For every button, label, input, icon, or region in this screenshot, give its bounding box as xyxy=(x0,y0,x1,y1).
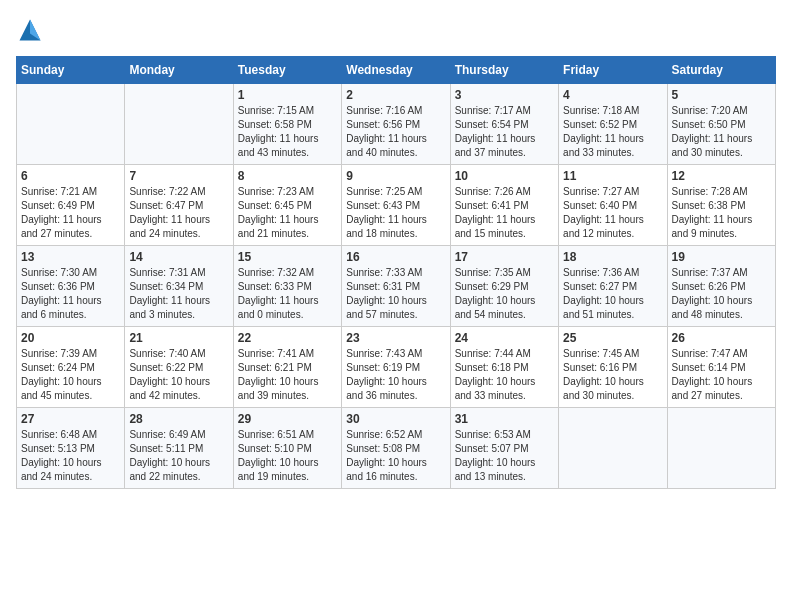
calendar-cell: 6Sunrise: 7:21 AM Sunset: 6:49 PM Daylig… xyxy=(17,165,125,246)
day-number: 14 xyxy=(129,250,228,264)
cell-info: Sunrise: 7:26 AM Sunset: 6:41 PM Dayligh… xyxy=(455,185,554,241)
weekday-header: Tuesday xyxy=(233,57,341,84)
cell-info: Sunrise: 7:31 AM Sunset: 6:34 PM Dayligh… xyxy=(129,266,228,322)
cell-info: Sunrise: 7:27 AM Sunset: 6:40 PM Dayligh… xyxy=(563,185,662,241)
calendar-cell: 8Sunrise: 7:23 AM Sunset: 6:45 PM Daylig… xyxy=(233,165,341,246)
cell-info: Sunrise: 7:33 AM Sunset: 6:31 PM Dayligh… xyxy=(346,266,445,322)
calendar-cell: 31Sunrise: 6:53 AM Sunset: 5:07 PM Dayli… xyxy=(450,408,558,489)
day-number: 21 xyxy=(129,331,228,345)
weekday-header: Saturday xyxy=(667,57,775,84)
day-number: 3 xyxy=(455,88,554,102)
day-number: 22 xyxy=(238,331,337,345)
page-header xyxy=(16,16,776,44)
cell-info: Sunrise: 6:51 AM Sunset: 5:10 PM Dayligh… xyxy=(238,428,337,484)
day-number: 17 xyxy=(455,250,554,264)
cell-info: Sunrise: 7:25 AM Sunset: 6:43 PM Dayligh… xyxy=(346,185,445,241)
cell-info: Sunrise: 7:22 AM Sunset: 6:47 PM Dayligh… xyxy=(129,185,228,241)
cell-info: Sunrise: 7:18 AM Sunset: 6:52 PM Dayligh… xyxy=(563,104,662,160)
day-number: 8 xyxy=(238,169,337,183)
cell-info: Sunrise: 6:49 AM Sunset: 5:11 PM Dayligh… xyxy=(129,428,228,484)
calendar-table: SundayMondayTuesdayWednesdayThursdayFrid… xyxy=(16,56,776,489)
calendar-cell xyxy=(125,84,233,165)
day-number: 13 xyxy=(21,250,120,264)
calendar-cell: 20Sunrise: 7:39 AM Sunset: 6:24 PM Dayli… xyxy=(17,327,125,408)
day-number: 4 xyxy=(563,88,662,102)
calendar-cell: 30Sunrise: 6:52 AM Sunset: 5:08 PM Dayli… xyxy=(342,408,450,489)
day-number: 29 xyxy=(238,412,337,426)
day-number: 5 xyxy=(672,88,771,102)
weekday-header: Friday xyxy=(559,57,667,84)
cell-info: Sunrise: 7:28 AM Sunset: 6:38 PM Dayligh… xyxy=(672,185,771,241)
day-number: 18 xyxy=(563,250,662,264)
calendar-cell: 23Sunrise: 7:43 AM Sunset: 6:19 PM Dayli… xyxy=(342,327,450,408)
day-number: 30 xyxy=(346,412,445,426)
cell-info: Sunrise: 7:43 AM Sunset: 6:19 PM Dayligh… xyxy=(346,347,445,403)
calendar-week-row: 20Sunrise: 7:39 AM Sunset: 6:24 PM Dayli… xyxy=(17,327,776,408)
calendar-cell: 14Sunrise: 7:31 AM Sunset: 6:34 PM Dayli… xyxy=(125,246,233,327)
weekday-header: Monday xyxy=(125,57,233,84)
cell-info: Sunrise: 7:20 AM Sunset: 6:50 PM Dayligh… xyxy=(672,104,771,160)
calendar-cell: 24Sunrise: 7:44 AM Sunset: 6:18 PM Dayli… xyxy=(450,327,558,408)
calendar-week-row: 27Sunrise: 6:48 AM Sunset: 5:13 PM Dayli… xyxy=(17,408,776,489)
cell-info: Sunrise: 7:40 AM Sunset: 6:22 PM Dayligh… xyxy=(129,347,228,403)
calendar-week-row: 6Sunrise: 7:21 AM Sunset: 6:49 PM Daylig… xyxy=(17,165,776,246)
day-number: 16 xyxy=(346,250,445,264)
cell-info: Sunrise: 7:23 AM Sunset: 6:45 PM Dayligh… xyxy=(238,185,337,241)
cell-info: Sunrise: 7:21 AM Sunset: 6:49 PM Dayligh… xyxy=(21,185,120,241)
cell-info: Sunrise: 7:32 AM Sunset: 6:33 PM Dayligh… xyxy=(238,266,337,322)
day-number: 10 xyxy=(455,169,554,183)
day-number: 24 xyxy=(455,331,554,345)
cell-info: Sunrise: 7:15 AM Sunset: 6:58 PM Dayligh… xyxy=(238,104,337,160)
calendar-cell: 19Sunrise: 7:37 AM Sunset: 6:26 PM Dayli… xyxy=(667,246,775,327)
calendar-cell: 12Sunrise: 7:28 AM Sunset: 6:38 PM Dayli… xyxy=(667,165,775,246)
calendar-cell: 16Sunrise: 7:33 AM Sunset: 6:31 PM Dayli… xyxy=(342,246,450,327)
calendar-cell: 25Sunrise: 7:45 AM Sunset: 6:16 PM Dayli… xyxy=(559,327,667,408)
cell-info: Sunrise: 6:52 AM Sunset: 5:08 PM Dayligh… xyxy=(346,428,445,484)
cell-info: Sunrise: 6:53 AM Sunset: 5:07 PM Dayligh… xyxy=(455,428,554,484)
calendar-cell xyxy=(17,84,125,165)
calendar-cell: 5Sunrise: 7:20 AM Sunset: 6:50 PM Daylig… xyxy=(667,84,775,165)
cell-info: Sunrise: 7:37 AM Sunset: 6:26 PM Dayligh… xyxy=(672,266,771,322)
day-number: 11 xyxy=(563,169,662,183)
weekday-header: Thursday xyxy=(450,57,558,84)
calendar-cell: 11Sunrise: 7:27 AM Sunset: 6:40 PM Dayli… xyxy=(559,165,667,246)
day-number: 2 xyxy=(346,88,445,102)
cell-info: Sunrise: 7:41 AM Sunset: 6:21 PM Dayligh… xyxy=(238,347,337,403)
calendar-cell: 15Sunrise: 7:32 AM Sunset: 6:33 PM Dayli… xyxy=(233,246,341,327)
day-number: 26 xyxy=(672,331,771,345)
calendar-cell: 29Sunrise: 6:51 AM Sunset: 5:10 PM Dayli… xyxy=(233,408,341,489)
calendar-cell: 27Sunrise: 6:48 AM Sunset: 5:13 PM Dayli… xyxy=(17,408,125,489)
day-number: 28 xyxy=(129,412,228,426)
day-number: 31 xyxy=(455,412,554,426)
day-number: 27 xyxy=(21,412,120,426)
cell-info: Sunrise: 7:30 AM Sunset: 6:36 PM Dayligh… xyxy=(21,266,120,322)
cell-info: Sunrise: 7:35 AM Sunset: 6:29 PM Dayligh… xyxy=(455,266,554,322)
calendar-body: 1Sunrise: 7:15 AM Sunset: 6:58 PM Daylig… xyxy=(17,84,776,489)
day-number: 23 xyxy=(346,331,445,345)
calendar-cell: 26Sunrise: 7:47 AM Sunset: 6:14 PM Dayli… xyxy=(667,327,775,408)
day-number: 6 xyxy=(21,169,120,183)
cell-info: Sunrise: 7:47 AM Sunset: 6:14 PM Dayligh… xyxy=(672,347,771,403)
calendar-cell: 22Sunrise: 7:41 AM Sunset: 6:21 PM Dayli… xyxy=(233,327,341,408)
calendar-cell: 1Sunrise: 7:15 AM Sunset: 6:58 PM Daylig… xyxy=(233,84,341,165)
day-number: 1 xyxy=(238,88,337,102)
calendar-cell: 2Sunrise: 7:16 AM Sunset: 6:56 PM Daylig… xyxy=(342,84,450,165)
cell-info: Sunrise: 6:48 AM Sunset: 5:13 PM Dayligh… xyxy=(21,428,120,484)
day-number: 20 xyxy=(21,331,120,345)
cell-info: Sunrise: 7:39 AM Sunset: 6:24 PM Dayligh… xyxy=(21,347,120,403)
calendar-cell: 4Sunrise: 7:18 AM Sunset: 6:52 PM Daylig… xyxy=(559,84,667,165)
calendar-week-row: 13Sunrise: 7:30 AM Sunset: 6:36 PM Dayli… xyxy=(17,246,776,327)
cell-info: Sunrise: 7:44 AM Sunset: 6:18 PM Dayligh… xyxy=(455,347,554,403)
calendar-cell: 9Sunrise: 7:25 AM Sunset: 6:43 PM Daylig… xyxy=(342,165,450,246)
calendar-cell: 17Sunrise: 7:35 AM Sunset: 6:29 PM Dayli… xyxy=(450,246,558,327)
cell-info: Sunrise: 7:17 AM Sunset: 6:54 PM Dayligh… xyxy=(455,104,554,160)
calendar-cell: 10Sunrise: 7:26 AM Sunset: 6:41 PM Dayli… xyxy=(450,165,558,246)
calendar-cell xyxy=(559,408,667,489)
cell-info: Sunrise: 7:16 AM Sunset: 6:56 PM Dayligh… xyxy=(346,104,445,160)
calendar-cell: 13Sunrise: 7:30 AM Sunset: 6:36 PM Dayli… xyxy=(17,246,125,327)
calendar-cell: 7Sunrise: 7:22 AM Sunset: 6:47 PM Daylig… xyxy=(125,165,233,246)
calendar-cell: 21Sunrise: 7:40 AM Sunset: 6:22 PM Dayli… xyxy=(125,327,233,408)
day-number: 19 xyxy=(672,250,771,264)
calendar-cell: 28Sunrise: 6:49 AM Sunset: 5:11 PM Dayli… xyxy=(125,408,233,489)
cell-info: Sunrise: 7:45 AM Sunset: 6:16 PM Dayligh… xyxy=(563,347,662,403)
